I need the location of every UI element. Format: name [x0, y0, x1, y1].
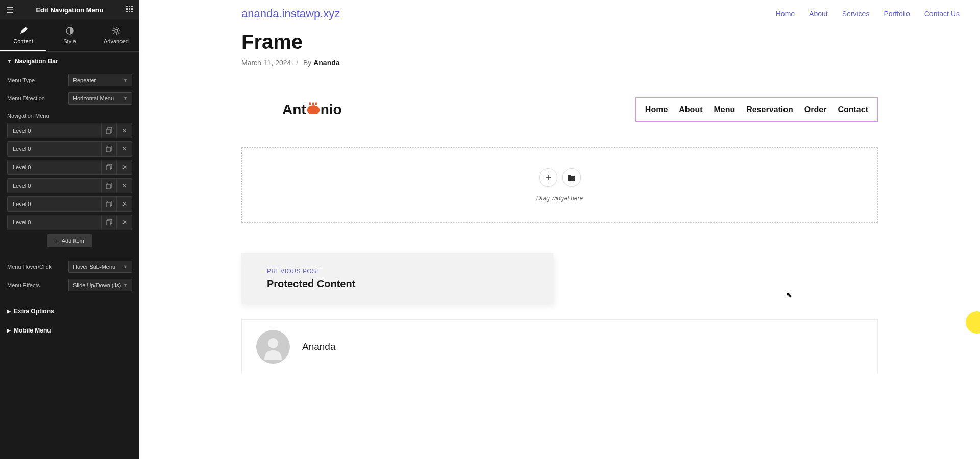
duplicate-button[interactable] — [101, 178, 116, 193]
svg-rect-4 — [129, 8, 130, 10]
svg-point-23 — [268, 338, 278, 348]
menu-direction-select[interactable]: Horizontal Menu ▼ — [68, 92, 132, 105]
header-nav-link[interactable]: Reservation — [746, 105, 793, 114]
logo-bowl-icon — [307, 105, 320, 114]
remove-button[interactable]: ✕ — [116, 215, 132, 230]
caret-right-icon: ▶ — [7, 309, 11, 314]
header-nav-menu[interactable]: HomeAboutMenuReservationOrderContact — [635, 97, 878, 122]
site-name-link[interactable]: ananda.instawp.xyz — [241, 7, 340, 20]
close-icon: ✕ — [122, 182, 127, 189]
duplicate-button[interactable] — [101, 142, 116, 156]
caret-down-icon: ▼ — [7, 59, 12, 64]
chevron-down-icon: ▼ — [123, 283, 128, 288]
header-nav-link[interactable]: Contact — [838, 105, 868, 114]
close-icon: ✕ — [122, 164, 127, 171]
duplicate-button[interactable] — [101, 215, 116, 230]
svg-rect-12 — [106, 129, 110, 134]
top-nav-links: HomeAboutServicesPortfolioContact Us — [776, 10, 960, 18]
copy-icon — [106, 164, 112, 170]
post-author-link[interactable]: Ananda — [313, 59, 339, 67]
svg-rect-0 — [126, 6, 128, 7]
header-nav-link[interactable]: Home — [645, 105, 668, 114]
repeater-item-title[interactable]: Level 0 — [8, 123, 101, 138]
duplicate-button[interactable] — [101, 123, 116, 138]
sidebar-header: ☰ Edit Navigation Menu — [0, 0, 139, 20]
remove-button[interactable]: ✕ — [116, 178, 132, 193]
menu-type-select[interactable]: Repeater ▼ — [68, 74, 132, 86]
section-mobile-menu[interactable]: ▶ Mobile Menu — [0, 321, 139, 340]
plus-icon: + — [55, 238, 58, 244]
header-nav-link[interactable]: About — [679, 105, 702, 114]
repeater-item-title[interactable]: Level 0 — [8, 197, 101, 211]
duplicate-button[interactable] — [101, 197, 116, 211]
copy-icon — [106, 128, 112, 134]
pencil-icon — [19, 27, 28, 35]
header-nav-link[interactable]: Order — [804, 105, 827, 114]
section-navigation-bar[interactable]: ▼ Navigation Bar — [0, 52, 139, 71]
logo[interactable]: Ant nio — [282, 101, 342, 118]
apps-icon[interactable] — [126, 6, 133, 15]
svg-rect-6 — [126, 11, 128, 12]
svg-rect-22 — [106, 221, 110, 225]
remove-button[interactable]: ✕ — [116, 142, 132, 156]
template-library-button[interactable] — [562, 168, 581, 187]
page-title: Frame — [241, 31, 878, 54]
add-widget-button[interactable] — [539, 168, 557, 187]
effects-select[interactable]: Slide Up/Down (Js) ▼ — [68, 279, 132, 291]
remove-button[interactable]: ✕ — [116, 160, 132, 174]
navigation-widget[interactable]: Ant nio HomeAboutMenuReservationOrderCon… — [241, 92, 878, 137]
repeater-item[interactable]: Level 0 ✕ — [7, 196, 132, 212]
top-nav-link[interactable]: About — [809, 10, 828, 18]
top-nav-link[interactable]: Portfolio — [884, 10, 910, 18]
caret-right-icon: ▶ — [7, 328, 11, 333]
repeater-item-title[interactable]: Level 0 — [8, 142, 101, 156]
hover-click-select[interactable]: Hover Sub-Menu ▼ — [68, 261, 132, 273]
panel-title: Edit Navigation Menu — [36, 6, 103, 14]
repeater-item[interactable]: Level 0 ✕ — [7, 160, 132, 175]
repeater-item[interactable]: Level 0 ✕ — [7, 215, 132, 230]
tab-advanced[interactable]: Advanced — [93, 20, 139, 51]
person-icon — [260, 334, 286, 360]
repeater-item-title[interactable]: Level 0 — [8, 160, 101, 174]
svg-rect-14 — [106, 147, 110, 152]
close-icon: ✕ — [122, 200, 127, 208]
menu-type-label: Menu Type — [7, 77, 35, 83]
effects-label: Menu Effects — [7, 282, 40, 288]
close-icon: ✕ — [122, 145, 127, 152]
svg-rect-2 — [131, 6, 133, 7]
post-meta: March 11, 2024 / By Ananda — [241, 59, 878, 67]
panel-tabs: Content Style Advanced — [0, 20, 139, 52]
plus-icon — [545, 174, 552, 181]
navigation-menu-label: Navigation Menu — [7, 111, 132, 123]
tab-content[interactable]: Content — [0, 20, 46, 51]
header-nav-link[interactable]: Menu — [714, 105, 735, 114]
repeater-item[interactable]: Level 0 ✕ — [7, 178, 132, 193]
repeater-item[interactable]: Level 0 ✕ — [7, 141, 132, 157]
repeater-item-title[interactable]: Level 0 — [8, 178, 101, 193]
duplicate-button[interactable] — [101, 160, 116, 174]
top-nav-link[interactable]: Services — [842, 10, 870, 18]
add-item-button[interactable]: + Add Item — [47, 234, 92, 247]
close-icon: ✕ — [122, 127, 127, 134]
widget-dropzone[interactable]: Drag widget here — [241, 147, 878, 223]
svg-rect-8 — [131, 11, 133, 12]
previous-post-link[interactable]: PREVIOUS POST Protected Content — [241, 253, 553, 304]
section-extra-options[interactable]: ▶ Extra Options — [0, 301, 139, 321]
copy-icon — [106, 201, 112, 207]
svg-rect-1 — [129, 6, 130, 7]
repeater-item-title[interactable]: Level 0 — [8, 215, 101, 230]
remove-button[interactable]: ✕ — [116, 197, 132, 211]
folder-icon — [568, 174, 575, 181]
chevron-down-icon: ▼ — [123, 78, 128, 83]
copy-icon — [106, 146, 112, 152]
svg-rect-5 — [131, 8, 133, 10]
remove-button[interactable]: ✕ — [116, 123, 132, 138]
hamburger-icon[interactable]: ☰ — [6, 5, 13, 15]
author-box: Ananda — [241, 319, 878, 374]
author-name[interactable]: Ananda — [302, 341, 336, 352]
top-nav-link[interactable]: Home — [776, 10, 795, 18]
close-icon: ✕ — [122, 219, 127, 226]
tab-style[interactable]: Style — [46, 20, 93, 51]
repeater-item[interactable]: Level 0 ✕ — [7, 123, 132, 138]
top-nav-link[interactable]: Contact Us — [924, 10, 960, 18]
